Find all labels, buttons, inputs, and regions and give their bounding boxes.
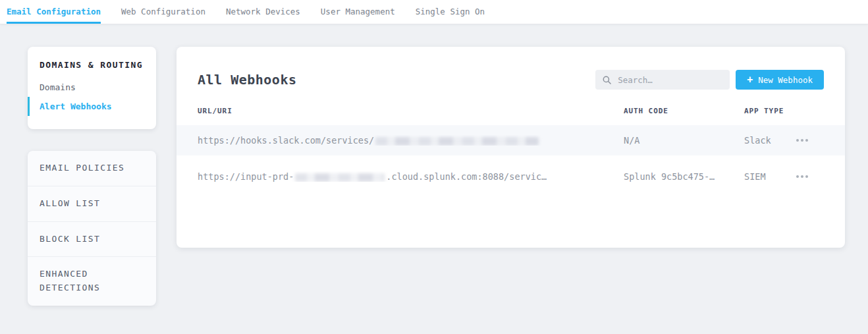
sidebar-section-enhanced-detections[interactable]: ENHANCED DETECTIONS: [28, 257, 156, 306]
panel-header: All Webhooks + New Webhook: [176, 47, 845, 101]
url-text-after: .cloud.splunk.com:8088/servic…: [386, 171, 547, 182]
webhook-row: https://hooks.slack.com/services/N/ASlac…: [176, 125, 845, 155]
table-header: URL/URIAUTH CODEAPP TYPE: [176, 101, 845, 125]
app-type-cell: SIEM: [744, 171, 795, 182]
sidebar: DOMAINS & ROUTING DomainsAlert Webhooks …: [28, 47, 156, 306]
plus-icon: +: [747, 75, 753, 85]
search-input[interactable]: [616, 74, 722, 86]
row-actions: [795, 173, 824, 181]
sidebar-section-block-list[interactable]: BLOCK LIST: [28, 222, 156, 258]
webhook-row: https://input-prd-.cloud.splunk.com:8088…: [176, 155, 845, 198]
panel-actions: + New Webhook: [595, 70, 824, 90]
search-box: [595, 70, 730, 90]
page-layout: DOMAINS & ROUTING DomainsAlert Webhooks …: [0, 24, 868, 306]
url-cell: https://hooks.slack.com/services/: [198, 135, 624, 146]
ellipsis-menu-icon[interactable]: [795, 136, 809, 144]
tab-single-sign-on[interactable]: Single Sign On: [416, 0, 485, 24]
app-type-cell: Slack: [744, 135, 795, 146]
url-text-before: https://hooks.slack.com/services/: [198, 135, 374, 146]
new-webhook-button[interactable]: + New Webhook: [736, 70, 824, 90]
tab-web-configuration[interactable]: Web Configuration: [121, 0, 205, 24]
webhooks-panel: All Webhooks + New Webhook URL/URIAUTH C…: [176, 47, 845, 248]
new-webhook-label: New Webhook: [758, 75, 813, 85]
sidebar-group-title: DOMAINS & ROUTING: [28, 60, 156, 78]
ellipsis-menu-icon[interactable]: [795, 173, 809, 181]
sidebar-section-allow-list[interactable]: ALLOW LIST: [28, 186, 156, 222]
sidebar-item-domains[interactable]: Domains: [28, 78, 156, 97]
page-title: All Webhooks: [198, 72, 297, 88]
domains-routing-card: DOMAINS & ROUTING DomainsAlert Webhooks: [28, 47, 156, 129]
sidebar-section-email-policies[interactable]: EMAIL POLICIES: [28, 151, 156, 186]
auth-code-cell: Splunk 9c5bc475-…: [624, 171, 744, 182]
url-cell: https://input-prd-.cloud.splunk.com:8088…: [198, 171, 624, 182]
sidebar-item-alert-webhooks[interactable]: Alert Webhooks: [28, 97, 156, 116]
column-header-url-uri: URL/URI: [198, 107, 624, 115]
redacted-text: [375, 137, 539, 146]
row-actions: [795, 136, 824, 144]
column-header-auth-code: AUTH CODE: [624, 107, 744, 115]
sidebar-sections-card: EMAIL POLICIESALLOW LISTBLOCK LISTENHANC…: [28, 151, 156, 306]
search-icon: [603, 76, 611, 84]
redacted-text: [295, 173, 385, 182]
top-nav-tabs: Email ConfigurationWeb ConfigurationNetw…: [7, 0, 505, 24]
auth-code-cell: N/A: [624, 135, 744, 146]
tab-email-configuration[interactable]: Email Configuration: [7, 0, 101, 24]
table-body: https://hooks.slack.com/services/N/ASlac…: [176, 125, 845, 198]
sidebar-items: DomainsAlert Webhooks: [28, 78, 156, 116]
tab-user-management[interactable]: User Management: [321, 0, 395, 24]
top-nav: Email ConfigurationWeb ConfigurationNetw…: [0, 0, 868, 24]
column-header-app-type: APP TYPE: [744, 107, 795, 115]
url-text-before: https://input-prd-: [198, 171, 294, 182]
tab-network-devices[interactable]: Network Devices: [226, 0, 300, 24]
